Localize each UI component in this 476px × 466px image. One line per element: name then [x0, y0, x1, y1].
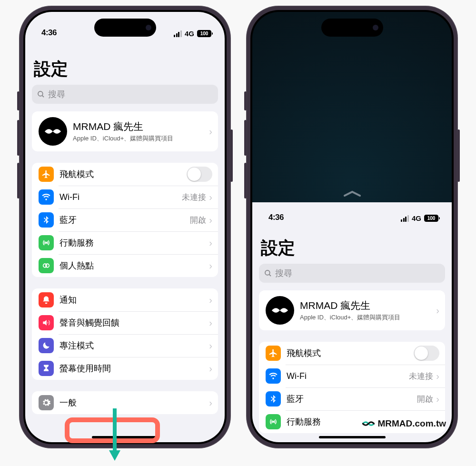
wifi-icon: [266, 368, 281, 384]
row-value: 未連接: [409, 371, 433, 382]
row-label: 專注模式: [60, 340, 209, 351]
side-button: [17, 120, 20, 156]
status-time: 4:36: [41, 28, 57, 38]
network-label: 4G: [412, 214, 421, 222]
hourglass-icon: [39, 361, 54, 376]
row-value: 開啟: [417, 394, 433, 405]
annotation-arrow-down-icon: [109, 408, 120, 461]
gear-icon: [39, 395, 54, 410]
svg-point-2: [46, 242, 47, 244]
bluetooth-icon: [266, 391, 281, 407]
reachability-shifted-view: 4:36 4G 100 設定 搜尋: [252, 202, 452, 442]
row-screentime[interactable]: 螢幕使用時間 ›: [32, 357, 218, 380]
screen-left: 4:36 4G 100 設定 搜尋 MRMAD 瘋先生: [25, 12, 225, 442]
bell-icon: [39, 292, 54, 307]
side-button: [244, 120, 247, 156]
row-airplane[interactable]: 飛航模式: [259, 342, 445, 365]
row-sounds[interactable]: 聲音與觸覺回饋 ›: [32, 311, 218, 334]
side-button: [244, 91, 247, 110]
wifi-icon: [39, 189, 54, 205]
dynamic-island: [321, 19, 383, 37]
airplane-icon: [266, 346, 281, 361]
cellular-icon: [266, 414, 281, 429]
avatar: [266, 296, 294, 325]
row-label: 一般: [60, 397, 209, 408]
chevron-right-icon: ›: [209, 363, 212, 374]
row-focus[interactable]: 專注模式 ›: [32, 334, 218, 357]
row-label: Wi-Fi: [60, 192, 182, 202]
apple-id-subtitle: Apple ID、iCloud+、媒體與購買項目: [73, 134, 209, 143]
airplane-icon: [39, 167, 54, 182]
reachability-handle-icon[interactable]: [343, 190, 362, 199]
row-label: 通知: [60, 294, 209, 306]
chevron-right-icon: ›: [436, 305, 439, 316]
chevron-right-icon: ›: [209, 238, 212, 248]
watermark-logo-icon: [362, 417, 375, 430]
search-placeholder: 搜尋: [275, 268, 292, 279]
status-bar: 4:36 4G 100: [252, 202, 452, 223]
battery-icon: 100: [197, 30, 211, 37]
airplane-toggle[interactable]: [187, 167, 212, 182]
chevron-right-icon: ›: [209, 215, 212, 226]
apple-id-subtitle: Apple ID、iCloud+、媒體與購買項目: [300, 313, 436, 322]
svg-marker-6: [109, 450, 120, 461]
speaker-icon: [39, 315, 54, 330]
apple-id-row[interactable]: MRMAD 瘋先生 Apple ID、iCloud+、媒體與購買項目 ›: [259, 290, 445, 330]
row-label: 聲音與觸覺回饋: [60, 317, 209, 328]
airplane-toggle[interactable]: [414, 346, 439, 361]
row-bluetooth[interactable]: 藍牙 開啟 ›: [32, 208, 218, 231]
row-label: 個人熱點: [60, 260, 209, 271]
page-title: 設定: [34, 58, 218, 81]
row-wifi[interactable]: Wi-Fi 未連接 ›: [32, 186, 218, 208]
avatar: [39, 117, 67, 146]
row-value: 未連接: [182, 192, 206, 203]
search-placeholder: 搜尋: [48, 89, 65, 100]
svg-point-7: [265, 270, 270, 275]
chevron-right-icon: ›: [209, 260, 212, 271]
row-label: 藍牙: [60, 214, 190, 226]
search-field[interactable]: 搜尋: [32, 85, 218, 104]
row-hotspot[interactable]: 個人熱點 ›: [32, 254, 218, 277]
signal-icon: [401, 215, 409, 222]
side-button: [244, 163, 247, 198]
apple-id-name: MRMAD 瘋先生: [73, 120, 209, 133]
chevron-right-icon: ›: [209, 397, 212, 408]
row-label: 行動服務: [60, 237, 209, 248]
watermark-text: MRMAD.com.tw: [377, 418, 446, 429]
row-label: Wi-Fi: [287, 371, 409, 381]
chevron-right-icon: ›: [209, 317, 212, 328]
search-icon: [37, 90, 45, 99]
row-notifications[interactable]: 通知 ›: [32, 288, 218, 311]
row-general[interactable]: 一般 ›: [32, 391, 218, 414]
svg-point-4: [46, 264, 50, 268]
cellular-icon: [39, 235, 54, 250]
row-label: 藍牙: [287, 393, 417, 405]
chevron-right-icon: ›: [209, 340, 212, 351]
network-label: 4G: [185, 30, 194, 38]
page-title: 設定: [261, 237, 445, 260]
side-button: [17, 163, 20, 198]
bluetooth-icon: [39, 212, 54, 228]
row-bluetooth[interactable]: 藍牙 開啟 ›: [259, 387, 445, 410]
battery-icon: 100: [424, 215, 438, 222]
phone-frame-left: 4:36 4G 100 設定 搜尋 MRMAD 瘋先生: [19, 6, 231, 448]
row-cellular[interactable]: 行動服務 ›: [32, 231, 218, 254]
chevron-right-icon: ›: [436, 371, 439, 382]
svg-point-9: [273, 421, 274, 423]
chevron-right-icon: ›: [209, 126, 212, 137]
chevron-right-icon: ›: [209, 295, 212, 306]
moon-icon: [39, 338, 54, 353]
svg-line-1: [42, 95, 44, 97]
row-airplane[interactable]: 飛航模式: [32, 163, 218, 186]
search-field[interactable]: 搜尋: [259, 264, 445, 283]
svg-line-8: [269, 274, 271, 276]
apple-id-row[interactable]: MRMAD 瘋先生 Apple ID、iCloud+、媒體與購買項目 ›: [32, 111, 218, 151]
svg-point-0: [38, 91, 43, 96]
home-indicator[interactable]: [319, 436, 386, 438]
watermark: MRMAD.com.tw: [362, 417, 446, 430]
phone-frame-right: 4:36 4G 100 設定 搜尋: [246, 6, 458, 448]
hotspot-icon: [39, 258, 54, 273]
row-value: 開啟: [190, 215, 206, 226]
row-wifi[interactable]: Wi-Fi 未連接 ›: [259, 365, 445, 387]
search-icon: [264, 269, 272, 278]
